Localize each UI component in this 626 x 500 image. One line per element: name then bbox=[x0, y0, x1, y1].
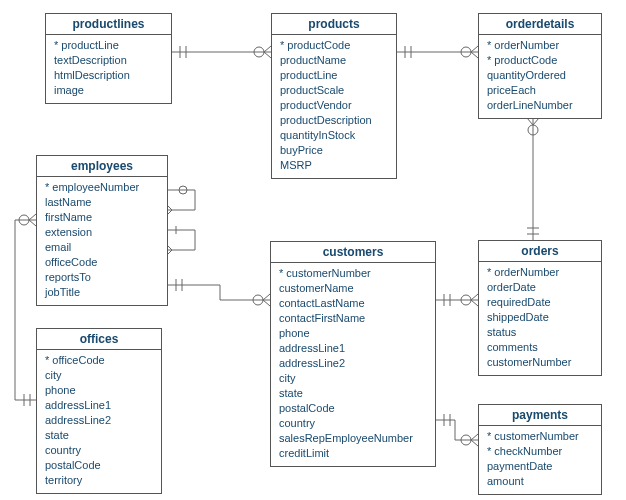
entity-productlines: productlines productLinetextDescriptionh… bbox=[45, 13, 172, 104]
svg-line-28 bbox=[471, 440, 478, 446]
field-productVendor: productVendor bbox=[280, 98, 388, 113]
field-lastName: lastName bbox=[45, 195, 159, 210]
field-textDescription: textDescription bbox=[54, 53, 163, 68]
field-productDescription: productDescription bbox=[280, 113, 388, 128]
svg-line-4 bbox=[264, 46, 271, 52]
svg-line-36 bbox=[168, 210, 172, 214]
svg-point-21 bbox=[461, 295, 471, 305]
entity-customers: customers customerNumbercustomerNamecont… bbox=[270, 241, 436, 467]
field-extension: extension bbox=[45, 225, 159, 240]
field-paymentDate: paymentDate bbox=[487, 459, 593, 474]
field-country: country bbox=[279, 416, 427, 431]
field-addressLine2: addressLine2 bbox=[45, 413, 153, 428]
entity-title: orders bbox=[479, 241, 601, 262]
entity-fields: customerNumbercheckNumberpaymentDateamou… bbox=[479, 426, 601, 494]
field-quantityInStock: quantityInStock bbox=[280, 128, 388, 143]
entity-fields: orderNumberproductCodequantityOrderedpri… bbox=[479, 35, 601, 118]
field-customerNumber: customerNumber bbox=[487, 429, 593, 444]
svg-point-34 bbox=[179, 186, 187, 194]
entity-fields: officeCodecityphoneaddressLine1addressLi… bbox=[37, 350, 161, 493]
field-checkNumber: checkNumber bbox=[487, 444, 593, 459]
field-contactLastName: contactLastName bbox=[279, 296, 427, 311]
entity-fields: employeeNumberlastNamefirstNameextension… bbox=[37, 177, 167, 305]
field-orderDate: orderDate bbox=[487, 280, 593, 295]
field-jobTitle: jobTitle bbox=[45, 285, 159, 300]
er-diagram-canvas: productlines productLinetextDescriptionh… bbox=[0, 0, 626, 500]
field-country: country bbox=[45, 443, 153, 458]
field-state: state bbox=[45, 428, 153, 443]
field-city: city bbox=[45, 368, 153, 383]
entity-orderdetails: orderdetails orderNumberproductCodequant… bbox=[478, 13, 602, 119]
field-productCode: productCode bbox=[487, 53, 593, 68]
svg-line-33 bbox=[263, 300, 270, 306]
field-addressLine1: addressLine1 bbox=[279, 341, 427, 356]
svg-line-39 bbox=[168, 250, 172, 254]
field-officeCode: officeCode bbox=[45, 255, 159, 270]
field-customerNumber: customerNumber bbox=[279, 266, 427, 281]
entity-offices: offices officeCodecityphoneaddressLine1a… bbox=[36, 328, 162, 494]
entity-products: products productCodeproductNameproductLi… bbox=[271, 13, 397, 179]
field-status: status bbox=[487, 325, 593, 340]
entity-fields: productCodeproductNameproductLineproduct… bbox=[272, 35, 396, 178]
svg-line-32 bbox=[263, 294, 270, 300]
field-quantityOrdered: quantityOrdered bbox=[487, 68, 593, 83]
field-postalCode: postalCode bbox=[45, 458, 153, 473]
entity-title: productlines bbox=[46, 14, 171, 35]
field-image: image bbox=[54, 83, 163, 98]
svg-point-3 bbox=[254, 47, 264, 57]
field-priceEach: priceEach bbox=[487, 83, 593, 98]
entity-title: customers bbox=[271, 242, 435, 263]
field-MSRP: MSRP bbox=[280, 158, 388, 173]
field-addressLine1: addressLine1 bbox=[45, 398, 153, 413]
field-email: email bbox=[45, 240, 159, 255]
svg-line-17 bbox=[533, 118, 539, 125]
field-orderNumber: orderNumber bbox=[487, 38, 593, 53]
field-productScale: productScale bbox=[280, 83, 388, 98]
field-shippedDate: shippedDate bbox=[487, 310, 593, 325]
entity-title: products bbox=[272, 14, 396, 35]
field-productLine: productLine bbox=[280, 68, 388, 83]
svg-point-9 bbox=[461, 47, 471, 57]
field-phone: phone bbox=[279, 326, 427, 341]
field-state: state bbox=[279, 386, 427, 401]
svg-point-15 bbox=[528, 125, 538, 135]
entity-title: orderdetails bbox=[479, 14, 601, 35]
field-addressLine2: addressLine2 bbox=[279, 356, 427, 371]
field-reportsTo: reportsTo bbox=[45, 270, 159, 285]
svg-point-26 bbox=[461, 435, 471, 445]
field-customerName: customerName bbox=[279, 281, 427, 296]
field-productLine: productLine bbox=[54, 38, 163, 53]
field-contactFirstName: contactFirstName bbox=[279, 311, 427, 326]
svg-line-10 bbox=[471, 46, 478, 52]
entity-employees: employees employeeNumberlastNamefirstNam… bbox=[36, 155, 168, 306]
svg-line-16 bbox=[527, 118, 533, 125]
svg-line-23 bbox=[471, 300, 478, 306]
field-orderLineNumber: orderLineNumber bbox=[487, 98, 593, 113]
svg-line-44 bbox=[29, 220, 36, 226]
field-firstName: firstName bbox=[45, 210, 159, 225]
entity-fields: customerNumbercustomerNamecontactLastNam… bbox=[271, 263, 435, 466]
field-orderNumber: orderNumber bbox=[487, 265, 593, 280]
entity-title: employees bbox=[37, 156, 167, 177]
field-customerNumber: customerNumber bbox=[487, 355, 593, 370]
entity-fields: productLinetextDescriptionhtmlDescriptio… bbox=[46, 35, 171, 103]
svg-line-43 bbox=[29, 214, 36, 220]
svg-line-27 bbox=[471, 434, 478, 440]
field-productCode: productCode bbox=[280, 38, 388, 53]
field-officeCode: officeCode bbox=[45, 353, 153, 368]
entity-title: payments bbox=[479, 405, 601, 426]
entity-payments: payments customerNumbercheckNumberpaymen… bbox=[478, 404, 602, 495]
field-amount: amount bbox=[487, 474, 593, 489]
entity-orders: orders orderNumberorderDaterequiredDates… bbox=[478, 240, 602, 376]
field-postalCode: postalCode bbox=[279, 401, 427, 416]
field-territory: territory bbox=[45, 473, 153, 488]
svg-line-5 bbox=[264, 52, 271, 58]
svg-point-42 bbox=[19, 215, 29, 225]
field-requiredDate: requiredDate bbox=[487, 295, 593, 310]
field-htmlDescription: htmlDescription bbox=[54, 68, 163, 83]
entity-title: offices bbox=[37, 329, 161, 350]
field-salesRepEmployeeNumber: salesRepEmployeeNumber bbox=[279, 431, 427, 446]
field-creditLimit: creditLimit bbox=[279, 446, 427, 461]
svg-line-11 bbox=[471, 52, 478, 58]
svg-point-31 bbox=[253, 295, 263, 305]
